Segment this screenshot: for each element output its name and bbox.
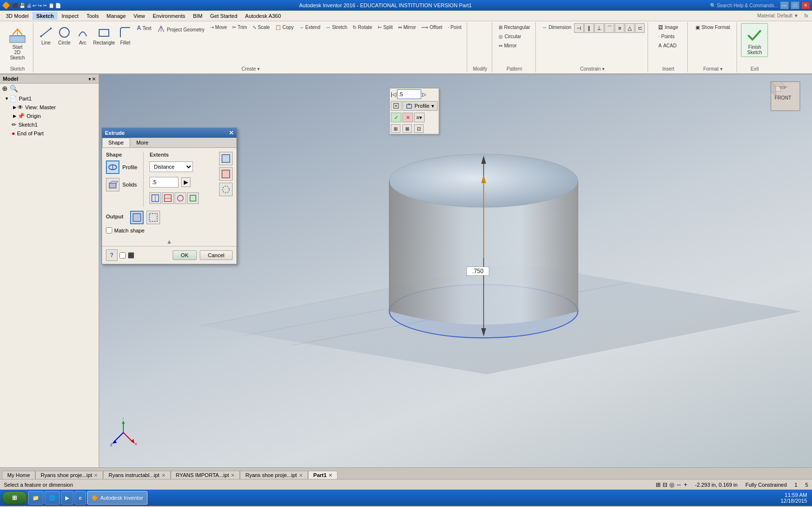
line-btn[interactable]: Line [37,23,55,47]
extrude-close-icon[interactable]: ✕ [229,130,234,136]
text-btn[interactable]: A Text [134,23,154,33]
menu-tools[interactable]: Tools [83,12,103,20]
mirror-btn[interactable]: ⇔ Mirror [396,23,418,31]
extrude-tab-more[interactable]: More [130,138,155,147]
tab-ryans-shoe-2[interactable]: Ryans shoe proje...ipt ✕ [240,471,308,479]
ok-button[interactable]: OK [173,250,197,260]
output-solid-btn[interactable] [130,211,144,224]
extrude-tab-shape[interactable]: Shape [102,138,130,147]
arc-btn[interactable]: Arc [74,23,91,47]
statusbar-icon-3[interactable]: ◎ [669,481,674,488]
constrain-btn-5[interactable]: ≡ [615,23,624,33]
point-btn[interactable]: · Point [445,23,464,31]
acad-insert-btn[interactable]: A ACAD [656,42,679,50]
win-minimize-btn[interactable]: — [780,1,789,9]
constrain-btn-1[interactable]: ⊣ [574,23,584,33]
operation-join-btn[interactable] [149,192,161,204]
match-shape-check[interactable]: Match shape [106,227,233,233]
menu-a360[interactable]: Autodesk A360 [241,12,285,20]
trim-btn[interactable]: ✂ Trim [230,23,250,31]
extents-value-input[interactable] [149,177,178,188]
tree-item-part1[interactable]: ▼ 📄 Part1 [2,94,97,103]
tab-close-5[interactable]: ✕ [328,473,332,478]
rectangular-pattern-btn[interactable]: ⊞ Rectangular [496,23,532,31]
tree-item-sketch1[interactable]: ✏ Sketch1 [2,120,97,129]
taskbar-media[interactable]: ▶ [61,491,74,505]
start-2d-sketch-btn[interactable]: Start2D Sketch [5,23,30,62]
constrain-btn-4[interactable]: ⌒ [605,23,614,33]
statusbar-icon-2[interactable]: ⊟ [663,481,667,488]
constrain-btn-6[interactable]: △ [625,23,635,33]
mini-action-2[interactable]: ⊠ [402,124,412,133]
panel-close-btn[interactable]: ✕ [92,76,96,82]
tab-close-3[interactable]: ✕ [231,473,235,478]
operation-new-btn[interactable] [187,192,199,204]
operation-intersect-btn[interactable] [175,192,186,204]
panel-collapse-btn[interactable]: ▾ [89,76,91,82]
scale-btn[interactable]: ⤡ Scale [250,23,272,31]
match-shape-checkbox[interactable] [106,227,112,233]
menu-getstarted[interactable]: Get Started [207,12,241,20]
tab-close-1[interactable]: ✕ [94,473,98,478]
offset-btn[interactable]: ⟿ Offset [419,23,445,31]
mini-action-3[interactable]: ⊡ [414,124,424,133]
extents-type-select[interactable]: Distance To Next To Through All [149,161,193,172]
tab-ryans-importa[interactable]: RYANS IMPORTA...ipt ✕ [171,471,240,479]
constrain-btn-7[interactable]: ⊂ [635,23,645,33]
menu-environments[interactable]: Environments [149,12,189,20]
cancel-button[interactable]: Cancel [200,250,233,260]
extend-btn[interactable]: → Extend [296,23,323,31]
points-insert-btn[interactable]: · Points [656,32,677,41]
statusbar-icon-5[interactable]: + [684,481,687,488]
extrude-direction-icon[interactable] [219,152,233,165]
tab-close-2[interactable]: ✕ [162,473,165,478]
menu-3dmodel[interactable]: 3D Model [2,12,32,20]
circle-btn[interactable]: Circle [55,23,74,47]
tree-item-viewmaster[interactable]: ▶ 👁 View: Master [2,103,97,112]
view-cube[interactable]: FRONT TOP [768,79,802,113]
split-btn[interactable]: ⊢ Split [375,23,395,31]
start-button[interactable]: ⊞ [2,491,27,505]
menu-view[interactable]: View [130,12,149,20]
help-btn[interactable]: ? [106,249,118,261]
rectangle-btn[interactable]: Rectangle [92,23,116,47]
circular-pattern-btn[interactable]: ◎ Circular [496,32,523,41]
constrain-btn-3[interactable]: ⊥ [594,23,604,33]
project-geometry-btn[interactable]: Project Geometry [154,23,207,36]
extrude-match-icon[interactable] [219,183,233,196]
output-surface-btn[interactable] [147,211,160,224]
taskbar-chrome[interactable]: 🌐 [44,491,60,505]
profile-dropdown[interactable]: Profile ▾ [402,101,438,111]
menu-bim[interactable]: BIM [189,12,207,20]
copy-btn[interactable]: 📋 Copy [273,23,296,31]
tab-ryans-shoe-1[interactable]: Ryans shoe proje...ipt ✕ [35,471,103,479]
taskbar-explorer[interactable]: 📁 [28,491,44,505]
filter-btn[interactable]: ⊕ [2,85,8,92]
mirror-pattern-btn[interactable]: ⇔ Mirror [496,42,519,50]
constrain-btn-2[interactable]: ∥ [584,23,594,33]
mini-action-1[interactable]: ⊞ [391,124,400,133]
menu-sketch[interactable]: Sketch [32,12,58,20]
show-format-btn[interactable]: ▣ Show Format [693,23,732,31]
extents-arrow-btn[interactable]: ▶ [181,177,191,187]
fillet-btn[interactable]: Fillet [117,23,134,47]
move-btn[interactable]: ⇢ Move [207,23,229,31]
win-close-btn[interactable]: ✕ [801,1,810,9]
viewport[interactable]: .750 |◁ ▷ Profile ▾ [99,74,812,467]
win-maximize-btn[interactable]: □ [791,1,799,9]
menu-inspect[interactable]: Inspect [58,12,82,20]
tab-my-home[interactable]: My Home [2,471,35,479]
tree-item-endofpart[interactable]: ● End of Part [2,129,97,138]
mini-menu-btn[interactable]: ≡▾ [414,113,425,122]
finish-sketch-btn[interactable]: FinishSketch [741,23,768,57]
statusbar-icon-4[interactable]: ↔ [676,481,682,488]
extrude-titlebar[interactable]: Extrude ✕ [102,128,236,138]
rotate-btn[interactable]: ↻ Rotate [350,23,374,31]
footer-checkbox[interactable] [119,252,126,259]
tree-item-origin[interactable]: ▶ 📌 Origin [2,112,97,120]
taskbar-inventor[interactable]: 🔶 Autodesk Inventor [87,491,148,505]
dimension-btn[interactable]: ↔ Dimension [540,23,574,31]
tab-close-4[interactable]: ✕ [299,473,303,478]
extrude-direction-icon2[interactable] [219,167,233,181]
tab-part1[interactable]: Part1 ✕ [308,471,338,479]
